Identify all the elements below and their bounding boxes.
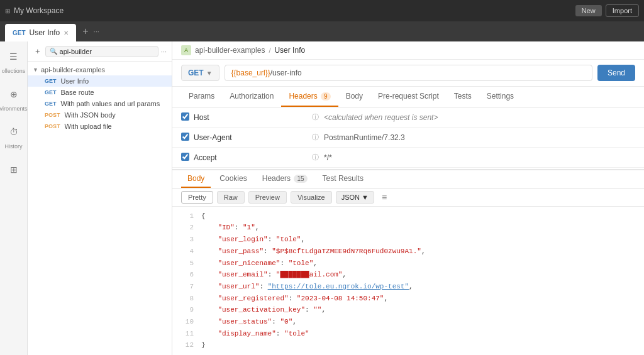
breadcrumb-collection: api-builder-examples [195,46,265,55]
main-layout: ☰ ollections ⊕ vironments ⏱ History ⊞ + … [0,41,644,355]
code-line: 5 "user_nicename": "tole", [181,258,635,270]
send-button[interactable]: Send [597,65,635,81]
list-item[interactable]: GET User Info [28,75,172,87]
tab-close-icon[interactable]: ✕ [64,30,69,36]
code-line: 11 "display_name": "tole" [181,328,635,340]
resp-tab-cookies[interactable]: Cookies [213,170,253,188]
sidebar-icon-history[interactable]: ⏱ [3,122,25,142]
list-item[interactable]: GET With path values and url params [28,98,172,109]
visualize-button[interactable]: Visualize [291,191,332,204]
resp-tab-body[interactable]: Body [181,170,211,188]
table-row: Accept ⓘ */* [172,148,644,168]
import-button[interactable]: Import [606,4,639,17]
code-line: 4 "user_pass": "$P$8cftLdgaTZMEE9dN7Rq6F… [181,246,635,258]
request-tab[interactable]: GET User Info ✕ [5,24,76,41]
list-item[interactable]: POST With upload file [28,121,172,132]
search-box: 🔍 [45,46,158,57]
header-info-icon-1[interactable]: ⓘ [312,133,319,142]
resp-tab-test-results[interactable]: Test Results [316,170,370,188]
list-item[interactable]: POST With JSON body [28,109,172,121]
tab-authorization[interactable]: Authorization [222,87,281,107]
tab-headers[interactable]: Headers 9 [281,87,338,107]
method-select[interactable]: GET ▼ [181,65,219,81]
header-key-2: Accept [194,153,307,162]
collections-panel: + 🔍 ··· ▼ api-builder-examples GET User … [28,41,172,355]
tab-more-icon[interactable]: ··· [94,28,99,35]
format-label: JSON [341,194,360,201]
code-line: 6 "user_email": "███████ail.com", [181,269,635,281]
add-tab-button[interactable]: + [79,26,92,37]
content-area: A api-builder-examples / User Info GET ▼… [172,41,644,355]
headers-table: Host ⓘ <calculated when request is sent>… [172,107,644,170]
tab-body[interactable]: Body [338,87,370,107]
method-badge-post: POST [43,123,62,129]
add-collection-button[interactable]: + [33,45,43,57]
preview-button[interactable]: Preview [248,191,287,204]
new-button[interactable]: New [575,5,602,16]
method-badge-get: GET [43,78,58,84]
sidebar-label-environments: vironments [0,106,28,112]
url-path: /user-info [270,68,302,77]
url-bar[interactable]: {{base_url}}/user-info [225,65,592,81]
sidebar-icon-collections[interactable]: ☰ [3,46,25,67]
format-select[interactable]: JSON ▼ [336,191,374,204]
resp-headers-count: 15 [294,175,307,183]
tab-method: GET [13,30,26,36]
search-input[interactable] [60,48,154,55]
pretty-button[interactable]: Pretty [181,191,213,204]
breadcrumb-separator: / [269,46,270,54]
sidebar-label-collections: ollections [2,68,26,74]
request-tabs: Params Authorization Headers 9 Body Pre-… [172,87,644,107]
collection-tree: ▼ api-builder-examples GET User Info GET… [28,62,172,355]
sidebar-icons: ☰ ollections ⊕ vironments ⏱ History ⊞ [0,41,28,355]
raw-button[interactable]: Raw [217,191,245,204]
collection-icon: A [181,45,191,55]
header-info-icon-0[interactable]: ⓘ [312,112,319,122]
code-line: 7 "user_url": "https://tole.eu.ngrok.io/… [181,281,635,293]
folder-name: api-builder-examples [41,66,105,74]
resp-tab-headers[interactable]: Headers 15 [256,170,314,188]
item-label: With path values and url params [61,100,160,107]
method-chevron-icon: ▼ [206,70,213,77]
panel-more-icon[interactable]: ··· [161,48,167,55]
method-badge-post: POST [43,112,62,118]
header-key-1: User-Agent [194,133,307,142]
tab-label: User Info [30,28,60,37]
request-bar: GET ▼ {{base_url}}/user-info Send [172,60,644,87]
item-label: With JSON body [65,111,116,119]
tab-bar: GET User Info ✕ + ··· [0,21,644,41]
response-section: Body Cookies Headers 15 Test Results Pre… [172,170,644,355]
sidebar-icon-runner[interactable]: ⊞ [3,160,25,180]
code-line: 10 "user_status": "0", [181,316,635,328]
code-line: 8 "user_registered": "2023-04-08 14:50:4… [181,293,635,305]
code-line: 9 "user_activation_key": "", [181,304,635,316]
header-value-2: */* [324,153,635,162]
header-checkbox-0[interactable] [181,112,189,121]
header-key-0: Host [194,113,307,122]
header-checkbox-1[interactable] [181,133,189,141]
collection-folder[interactable]: ▼ api-builder-examples [28,64,172,75]
list-item[interactable]: GET Base route [28,87,172,98]
code-line: 12} [181,339,635,351]
header-info-icon-2[interactable]: ⓘ [312,153,319,162]
tab-tests[interactable]: Tests [447,87,479,107]
tab-settings[interactable]: Settings [479,87,521,107]
header-checkbox-2[interactable] [181,153,189,161]
item-label: Base route [61,89,94,96]
tab-params[interactable]: Params [181,87,222,107]
headers-count: 9 [321,92,331,101]
response-body: 1{ 2 "ID": "1", 3 "user_login": "tole", … [172,207,644,355]
item-label: With upload file [65,123,112,130]
table-row: Host ⓘ <calculated when request is sent> [172,107,644,128]
sidebar-label-history: History [4,143,22,150]
workspace-icon: ⊞ [5,8,10,14]
tab-pre-request-script[interactable]: Pre-request Script [370,87,447,107]
method-badge-get: GET [43,89,58,96]
wrap-button[interactable]: ≡ [378,191,391,204]
url-var: {{base_url}} [231,68,270,77]
table-row: User-Agent ⓘ PostmanRuntime/7.32.3 [172,128,644,148]
code-line: 2 "ID": "1", [181,222,635,234]
workspace-name: My Workspace [14,6,64,15]
sidebar-icon-environments[interactable]: ⊕ [3,84,25,104]
breadcrumb: A api-builder-examples / User Info [172,41,644,60]
